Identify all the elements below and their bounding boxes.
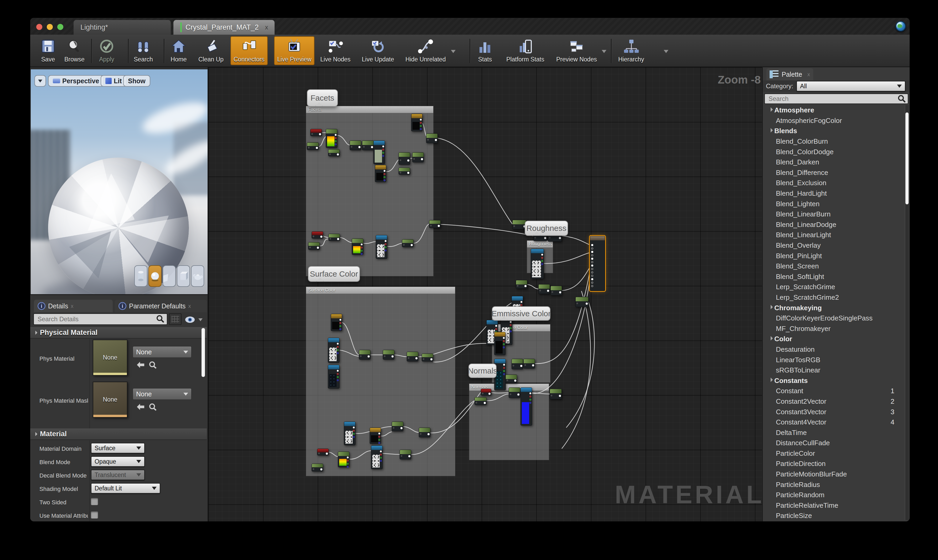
output-pin[interactable] xyxy=(438,225,440,227)
input-pin[interactable] xyxy=(476,402,477,403)
output-pin[interactable] xyxy=(380,454,382,455)
tab-crystal-parent-mat[interactable]: Crystal_Parent_MAT_2 x xyxy=(173,20,274,35)
material-expression-node[interactable] xyxy=(422,354,433,362)
palette-item[interactable]: ParticleRadius xyxy=(764,479,907,490)
palette-item[interactable]: LinearTosRGB xyxy=(764,355,907,365)
input-pin[interactable] xyxy=(551,395,552,396)
output-pin[interactable] xyxy=(368,355,370,357)
close-tab-icon[interactable]: x xyxy=(265,24,268,31)
close-icon[interactable]: x xyxy=(807,71,810,77)
palette-item[interactable]: Blend_Lighten xyxy=(764,198,907,209)
output-pin[interactable] xyxy=(335,140,337,142)
use-material-attribut-checkbox[interactable] xyxy=(91,511,98,518)
output-pin[interactable] xyxy=(518,394,519,395)
preview-shape-plane-button[interactable] xyxy=(163,265,176,287)
material-expression-node[interactable] xyxy=(373,140,385,164)
search-button[interactable]: Search xyxy=(131,36,156,65)
material-expression-node[interactable] xyxy=(344,422,356,445)
input-pin[interactable] xyxy=(591,251,593,253)
material-expression-node[interactable] xyxy=(550,286,562,295)
browse-magnifier-icon[interactable] xyxy=(148,361,157,369)
material-expression-node[interactable] xyxy=(331,314,342,331)
output-pin[interactable] xyxy=(384,173,385,175)
output-pin[interactable] xyxy=(532,364,534,366)
output-pin[interactable] xyxy=(347,466,349,468)
output-pin[interactable] xyxy=(503,373,505,375)
input-pin[interactable] xyxy=(311,133,313,135)
output-pin[interactable] xyxy=(361,250,363,252)
input-pin[interactable] xyxy=(401,455,402,457)
stats-button[interactable]: Stats xyxy=(474,36,496,65)
material-output-node[interactable] xyxy=(590,236,605,291)
material-expression-node[interactable] xyxy=(308,242,320,250)
output-pin[interactable] xyxy=(411,244,413,246)
output-pin[interactable] xyxy=(503,343,505,345)
input-pin[interactable] xyxy=(591,268,593,270)
material-expression-node[interactable] xyxy=(352,238,363,255)
physical-material-section[interactable]: Physical Material xyxy=(30,327,207,338)
material-expression-node[interactable] xyxy=(419,428,430,437)
palette-item[interactable]: ParticleDirection xyxy=(764,458,907,469)
palette-scrollbar-thumb[interactable] xyxy=(906,112,909,205)
material-expression-node[interactable] xyxy=(512,220,526,229)
use-selected-arrow-icon[interactable] xyxy=(136,361,145,369)
palette-item[interactable]: Blend_ColorDodge xyxy=(764,146,907,157)
input-pin[interactable] xyxy=(393,427,394,429)
output-pin[interactable] xyxy=(530,399,531,400)
input-pin[interactable] xyxy=(549,237,550,238)
material-expression-node[interactable] xyxy=(407,352,418,362)
palette-item[interactable]: Constant3Vector3 xyxy=(764,407,907,417)
palette-item[interactable]: DeltaTime xyxy=(764,427,907,438)
output-pin[interactable] xyxy=(380,460,382,462)
input-pin[interactable] xyxy=(423,358,424,360)
palette-item[interactable]: Blend_Difference xyxy=(764,168,907,178)
input-pin[interactable] xyxy=(507,380,508,381)
input-pin[interactable] xyxy=(591,265,593,267)
output-pin[interactable] xyxy=(420,128,422,130)
output-pin[interactable] xyxy=(347,457,349,458)
comment-box-facets[interactable]: Facets xyxy=(306,106,434,276)
input-pin[interactable] xyxy=(309,247,311,248)
connectors-button[interactable]: Connectors xyxy=(230,36,268,65)
palette-item[interactable]: ParticleColor xyxy=(764,448,907,459)
output-pin[interactable] xyxy=(316,147,318,149)
preview-shape-teapot-button[interactable] xyxy=(191,265,204,287)
material-expression-node[interactable] xyxy=(402,239,414,247)
output-pin[interactable] xyxy=(385,246,387,248)
material-expression-node[interactable] xyxy=(474,397,487,405)
palette-item[interactable]: Blend_Overlay xyxy=(764,240,907,251)
output-pin[interactable] xyxy=(415,357,417,359)
material-expression-node[interactable] xyxy=(362,140,374,150)
input-pin[interactable] xyxy=(400,160,401,161)
input-pin[interactable] xyxy=(591,258,593,260)
output-pin[interactable] xyxy=(503,346,505,348)
output-pin[interactable] xyxy=(378,442,380,444)
material-expression-node[interactable] xyxy=(328,234,340,241)
material-expression-node[interactable] xyxy=(317,449,329,455)
output-pin[interactable] xyxy=(541,257,543,259)
palette-item[interactable]: Blend_Screen xyxy=(764,261,907,272)
tab-parameter-defaults[interactable]: i Parameter Defaults x xyxy=(115,300,207,312)
material-expression-node[interactable] xyxy=(328,365,339,388)
close-window-button[interactable] xyxy=(36,24,42,30)
material-expression-node[interactable] xyxy=(359,350,370,360)
input-pin[interactable] xyxy=(524,364,526,366)
lit-button[interactable]: Lit xyxy=(101,75,127,87)
asset-thumbnail[interactable]: None xyxy=(93,382,128,418)
palette-item[interactable]: ParticleMotionBlurFade xyxy=(764,469,907,480)
output-pin[interactable] xyxy=(484,402,486,404)
output-pin[interactable] xyxy=(384,170,385,172)
output-pin[interactable] xyxy=(337,238,339,240)
output-pin[interactable] xyxy=(382,152,384,154)
decal-blend-mode-dropdown[interactable]: Translucent xyxy=(91,470,145,480)
output-pin[interactable] xyxy=(317,247,319,249)
palette-item[interactable]: DistanceCullFade xyxy=(764,438,907,448)
browse-button[interactable]: Browse xyxy=(61,36,88,65)
shading-model-dropdown[interactable]: Default Lit xyxy=(91,483,160,494)
input-pin[interactable] xyxy=(513,225,515,227)
palette-item[interactable]: Constant4Vector4 xyxy=(764,417,907,428)
output-pin[interactable] xyxy=(361,243,363,245)
input-pin[interactable] xyxy=(591,285,593,287)
output-pin[interactable] xyxy=(382,146,384,147)
material-expression-node[interactable] xyxy=(400,450,411,459)
